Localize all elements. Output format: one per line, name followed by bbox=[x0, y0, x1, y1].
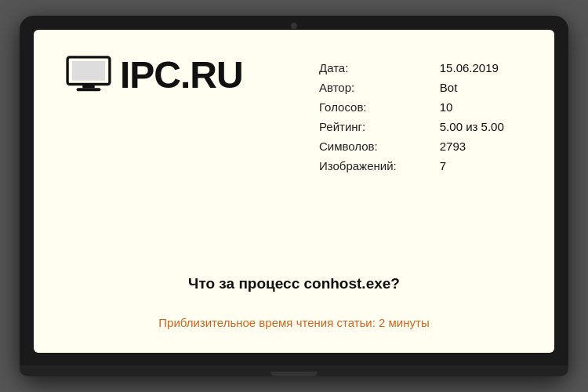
info-value: 10 bbox=[440, 98, 523, 116]
laptop-frame: IPC.RU Дата:15.06.2019Автор:BotГолосов:1… bbox=[20, 16, 568, 376]
logo-text: IPC.RU bbox=[120, 53, 243, 96]
monitor-icon bbox=[65, 56, 112, 95]
info-row: Автор:Bot bbox=[319, 78, 523, 96]
info-row: Изображений:7 bbox=[319, 157, 523, 175]
info-table: Дата:15.06.2019Автор:BotГолосов:10Рейтин… bbox=[319, 57, 523, 176]
svg-rect-2 bbox=[77, 88, 101, 91]
logo-container: IPC.RU bbox=[65, 53, 243, 96]
info-value: 7 bbox=[440, 157, 523, 175]
info-value: 2793 bbox=[440, 137, 523, 155]
info-label: Символов: bbox=[319, 137, 440, 155]
info-label: Изображений: bbox=[319, 157, 440, 175]
screen-content: IPC.RU Дата:15.06.2019Автор:BotГолосов:1… bbox=[65, 53, 523, 267]
info-value: Bot bbox=[440, 78, 523, 96]
camera-dot bbox=[291, 23, 297, 29]
bottom-section: Что за процесс conhost.exe? Приблизитель… bbox=[65, 267, 523, 329]
info-label: Голосов: bbox=[319, 98, 440, 116]
info-label: Автор: bbox=[319, 78, 440, 96]
info-row: Символов:2793 bbox=[319, 137, 523, 155]
article-title: Что за процесс conhost.exe? bbox=[188, 275, 400, 292]
info-value: 5.00 из 5.00 bbox=[440, 118, 523, 136]
svg-rect-1 bbox=[82, 84, 94, 88]
info-label: Дата: bbox=[319, 59, 440, 77]
info-value: 15.06.2019 bbox=[440, 59, 523, 77]
info-row: Рейтинг:5.00 из 5.00 bbox=[319, 118, 523, 136]
svg-rect-3 bbox=[72, 60, 105, 80]
left-section: IPC.RU bbox=[65, 53, 319, 96]
right-section: Дата:15.06.2019Автор:BotГолосов:10Рейтин… bbox=[319, 53, 523, 176]
info-row: Дата:15.06.2019 bbox=[319, 59, 523, 77]
read-time: Приблизительное время чтения статьи: 2 м… bbox=[158, 316, 429, 329]
info-row: Голосов:10 bbox=[319, 98, 523, 116]
laptop-bottom bbox=[20, 365, 568, 376]
info-label: Рейтинг: bbox=[319, 118, 440, 136]
screen: IPC.RU Дата:15.06.2019Автор:BotГолосов:1… bbox=[34, 30, 554, 353]
laptop-notch bbox=[270, 372, 318, 376]
